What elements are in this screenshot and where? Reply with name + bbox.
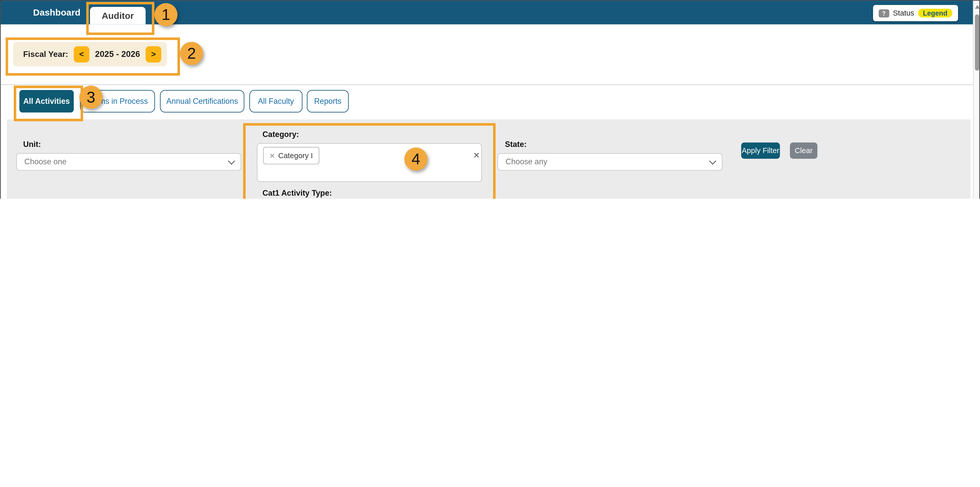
state-select[interactable]: Choose any [497, 153, 722, 171]
fiscal-year-next-button[interactable]: > [146, 46, 161, 62]
tab-all-faculty[interactable]: All Faculty [250, 90, 302, 113]
filter-panel: Unit: Choose one Filter by Keyword: Cate… [7, 119, 970, 199]
callout-circle-2: 2 [180, 42, 203, 65]
auditor-page: Dashboard Auditor ? Status Legend 1 Fisc… [0, 0, 980, 199]
status-legend-button[interactable]: ? Status Legend [873, 5, 958, 21]
tab-all-activities[interactable]: All Activities [19, 90, 74, 113]
section-divider [0, 84, 973, 85]
unit-select[interactable]: Choose one [16, 153, 241, 171]
apply-filter-button[interactable]: Apply Filter [741, 143, 780, 159]
unit-label: Unit: [23, 140, 41, 149]
state-label: State: [505, 140, 527, 149]
category-clear-icon[interactable]: ✕ [473, 151, 480, 160]
state-select-value: Choose any [506, 158, 547, 166]
unit-select-value: Choose one [24, 158, 67, 166]
callout-circle-4: 4 [404, 148, 428, 171]
category-label: Category: [262, 130, 299, 139]
fiscal-year-selector: Fiscal Year: < 2025 - 2026 > [13, 42, 167, 66]
tab-annual-certifications[interactable]: Annual Certifications [160, 90, 244, 113]
fiscal-year-value: 2025 - 2026 [95, 49, 140, 59]
nav-item-auditor[interactable]: Auditor [90, 7, 146, 24]
top-navbar: Dashboard Auditor ? Status Legend [0, 0, 973, 24]
legend-badge: Legend [918, 9, 953, 18]
category-chip[interactable]: ✕ Category I [263, 147, 319, 164]
fiscal-year-label: Fiscal Year: [23, 49, 68, 59]
vertical-scrollbar[interactable] [973, 0, 980, 199]
callout-circle-1: 1 [154, 3, 178, 26]
help-icon: ? [878, 9, 889, 18]
chip-remove-icon[interactable]: ✕ [269, 151, 275, 160]
chevron-down-icon [228, 158, 235, 164]
cat1-activity-type-label: Cat1 Activity Type: [262, 189, 332, 197]
status-label: Status [893, 9, 914, 18]
scrollbar-thumb[interactable] [975, 14, 979, 71]
chevron-down-icon [709, 158, 716, 164]
fiscal-year-prev-button[interactable]: < [74, 46, 89, 62]
category-chip-label: Category I [278, 151, 313, 160]
clear-filter-button[interactable]: Clear [790, 143, 818, 159]
nav-item-dashboard[interactable]: Dashboard [33, 0, 81, 24]
tab-reports[interactable]: Reports [307, 90, 349, 113]
scroll-up-icon[interactable] [975, 5, 980, 9]
callout-circle-3: 3 [80, 86, 103, 109]
